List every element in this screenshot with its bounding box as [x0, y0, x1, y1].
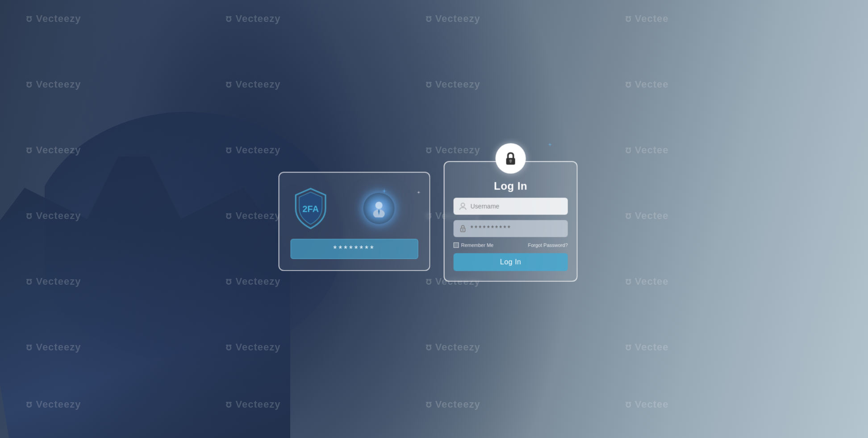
remember-left: Remember Me — [454, 242, 494, 248]
remember-me-checkbox[interactable] — [454, 242, 459, 248]
svg-rect-6 — [510, 160, 511, 163]
username-input[interactable]: Username — [454, 198, 568, 215]
forgot-password-link[interactable]: Forgot Password? — [528, 242, 568, 248]
ui-panels-container: 2FA ******** — [279, 161, 578, 282]
lock-circle — [496, 143, 526, 173]
user-icon-glow — [340, 193, 418, 224]
remember-row: Remember Me Forgot Password? — [454, 242, 568, 248]
user-glow-circle — [363, 193, 395, 224]
panel-login: Log In Username ********** Remember Me — [444, 161, 578, 282]
password-field-2fa[interactable]: ******** — [291, 239, 418, 259]
remember-me-label: Remember Me — [461, 242, 494, 248]
glint-icon — [417, 190, 421, 194]
password-dots-2fa: ******** — [333, 244, 375, 253]
svg-point-1 — [376, 202, 383, 209]
svg-point-7 — [461, 203, 465, 206]
username-placeholder: Username — [471, 202, 500, 210]
login-title: Log In — [494, 180, 527, 192]
login-button[interactable]: Log In — [454, 253, 568, 271]
shield-2fa-icon: 2FA — [291, 186, 331, 231]
panel-2fa: 2FA ******** — [279, 172, 430, 271]
svg-text:2FA: 2FA — [302, 204, 319, 214]
password-dots: ********** — [471, 224, 512, 232]
panel-2fa-content: 2FA — [291, 186, 418, 231]
password-input[interactable]: ********** — [454, 220, 568, 237]
svg-point-9 — [462, 229, 463, 231]
